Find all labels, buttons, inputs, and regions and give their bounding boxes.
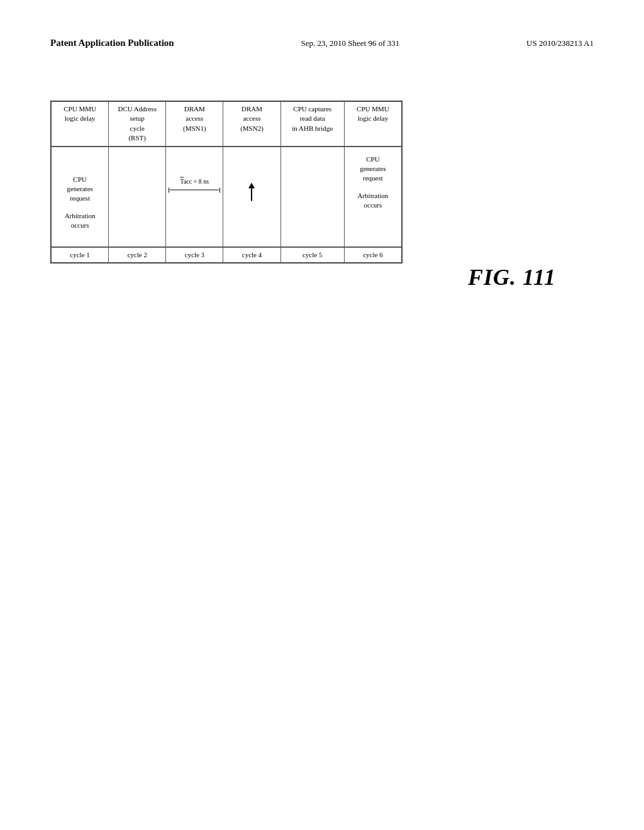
cycle4-label: cycle 4 (223, 247, 280, 263)
table-body-row: CPUgeneratesrequest Arbitrationoccurs Ta… (52, 147, 402, 247)
patent-number-label: US 2010/238213 A1 (526, 38, 594, 48)
cycle2-label: cycle 2 (109, 247, 166, 263)
date-sheet-label: Sep. 23, 2010 Sheet 96 of 331 (301, 38, 400, 48)
arrow-shaft (251, 188, 252, 201)
publication-label: Patent Application Publication (50, 38, 174, 48)
col3-header: DRAMaccess(MSN1) (166, 102, 223, 147)
col6-body: CPUgeneratesrequest Arbitrationoccurs (344, 147, 401, 247)
col4-body (223, 147, 280, 247)
arrow-head-icon (248, 182, 255, 188)
col2-body (109, 147, 166, 247)
col2-header: DCU Addresssetupcycle(RST) (109, 102, 166, 147)
col5-body (280, 147, 344, 247)
table-header-row: CPU MMUlogic delay DCU Addresssetupcycle… (52, 102, 402, 147)
col5-header: CPU capturesread datain AHB bridge (280, 102, 344, 147)
page-header: Patent Application Publication Sep. 23, … (0, 38, 644, 48)
cycle-label-row: cycle 1 cycle 2 cycle 3 cycle 4 cycle 5 … (52, 247, 402, 263)
col1-body: CPUgeneratesrequest Arbitrationoccurs (52, 147, 109, 247)
main-content: CPU MMUlogic delay DCU Addresssetupcycle… (38, 88, 606, 792)
figure-label: FIG. 111 (468, 264, 556, 290)
col4-header: DRAMaccess(MSN2) (223, 102, 280, 147)
cycle1-label: cycle 1 (52, 247, 109, 263)
cycle6-label: cycle 6 (344, 247, 401, 263)
col6-header: CPU MMUlogic delay (344, 102, 401, 147)
col3-body: Tacc = 8 ns (166, 147, 223, 247)
col1-header: CPU MMUlogic delay (52, 102, 109, 147)
timing-diagram-table: CPU MMUlogic delay DCU Addresssetupcycle… (51, 101, 402, 263)
cycle5-label: cycle 5 (280, 247, 344, 263)
timing-table: CPU MMUlogic delay DCU Addresssetupcycle… (50, 101, 402, 263)
arrow-up-indicator (248, 182, 255, 201)
cycle3-label: cycle 3 (166, 247, 223, 263)
